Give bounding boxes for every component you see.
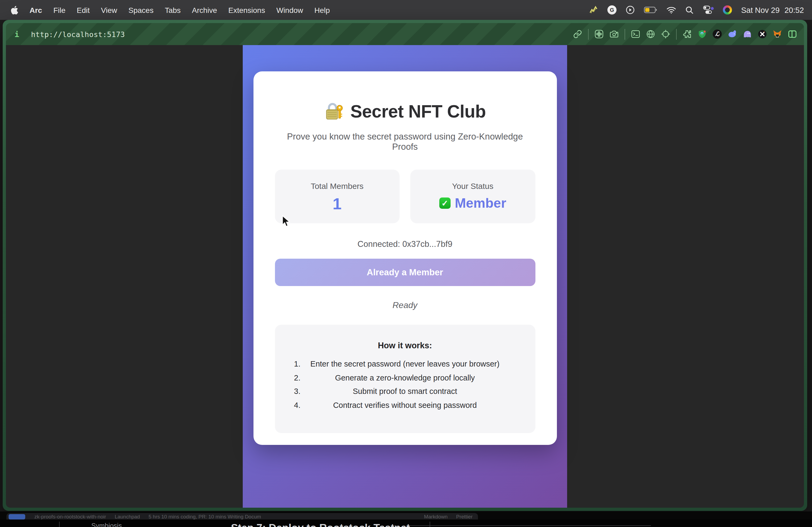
lock-key-icon [324, 102, 345, 121]
developer-console-icon[interactable] [631, 30, 640, 39]
status-text: Ready [275, 301, 535, 310]
split-view-icon[interactable] [788, 30, 797, 39]
browser-content: Secret NFT Club Prove you know the secre… [6, 45, 804, 508]
menu-item-tabs[interactable]: Tabs [165, 6, 181, 14]
menu-item-view[interactable]: View [101, 6, 117, 14]
browser-toolbar: i http://localhost:5173 [6, 23, 804, 45]
target-crosshair-icon[interactable] [661, 30, 670, 39]
spotlight-search-icon[interactable] [685, 6, 694, 14]
page-subtitle: Prove you know the secret password using… [275, 132, 535, 152]
mouse-cursor [281, 215, 291, 228]
extensions-puzzle-icon[interactable] [683, 30, 692, 39]
menu-item-file[interactable]: File [54, 6, 66, 14]
how-step-3: 3. Submit proof to smart contract [275, 387, 535, 401]
toolbar-divider [588, 29, 589, 40]
window-edge-line [409, 525, 651, 526]
metamask-fox-icon[interactable] [773, 30, 782, 39]
page-title-text: Secret NFT Club [350, 102, 486, 122]
how-it-works-box: How it works: 1. Enter the secret passwo… [275, 325, 535, 433]
menu-bar-time: 20:52 [784, 6, 804, 14]
menu-item-extensions[interactable]: Extensions [228, 6, 265, 14]
wifi-icon[interactable] [666, 6, 676, 14]
menu-item-archive[interactable]: Archive [192, 6, 217, 14]
toolbar-divider [676, 29, 677, 40]
your-status-label: Your Status [410, 181, 535, 191]
connected-wallet-address: Connected: 0x37cb...7bf9 [275, 239, 535, 249]
how-step-4: 4. Contract verifies without seeing pass… [275, 401, 535, 415]
already-member-button[interactable]: Already a Member [275, 259, 535, 286]
menu-bar: Arc File Edit View Spaces Tabs Archive E… [0, 0, 812, 20]
editor-titlebar: zk-proofs-on-rootstock-with-noir Launchp… [6, 513, 478, 520]
total-members-label: Total Members [275, 181, 400, 191]
how-it-works-title: How it works: [275, 341, 535, 350]
page-title: Secret NFT Club [275, 102, 535, 122]
boost-flower-icon[interactable] [595, 30, 604, 39]
rabby-wallet-icon[interactable] [728, 30, 737, 39]
total-members-value: 1 [275, 195, 400, 213]
how-step-1: 1. Enter the secret password (never leav… [275, 360, 535, 373]
editor-content-sliver: Symbiosis Step 7: Deploy to Rootstock Te… [0, 520, 812, 527]
control-center-icon[interactable] [703, 5, 714, 15]
how-step-2: 2. Generate a zero-knowledge proof local… [275, 373, 535, 387]
stocks-icon[interactable] [589, 5, 598, 15]
battery-icon[interactable] [644, 6, 657, 13]
your-status-card: Your Status ✓ Member [410, 169, 535, 223]
formatter-label[interactable]: Prettier [456, 514, 473, 520]
address-bar-url[interactable]: http://localhost:5173 [31, 30, 125, 39]
grammarly-icon[interactable]: G [607, 5, 617, 15]
color-ring-icon[interactable] [723, 5, 732, 15]
menu-item-spaces[interactable]: Spaces [128, 6, 153, 14]
checkmark-icon: ✓ [439, 197, 451, 209]
toolbar-divider [625, 29, 625, 40]
webapp-background: Secret NFT Club Prove you know the secre… [243, 45, 567, 508]
apple-menu-icon[interactable] [10, 5, 18, 15]
wakatime-stats: 5 hrs 10 mins coding, PR: 10 mins Writin… [148, 514, 261, 520]
nft-club-card: Secret NFT Club Prove you know the secre… [253, 71, 557, 445]
menu-bar-clock[interactable]: Sat Nov 29 20:52 [741, 6, 804, 14]
your-status-value: Member [455, 195, 506, 211]
site-info-icon[interactable]: i [14, 30, 19, 39]
menu-bar-date: Sat Nov 29 [741, 6, 780, 14]
language-mode[interactable]: Markdown [424, 514, 448, 520]
menu-item-arc[interactable]: Arc [30, 6, 42, 14]
copy-link-icon[interactable] [573, 30, 582, 39]
divider [59, 522, 60, 527]
loom-icon[interactable]: ℒ [713, 30, 722, 39]
launchpad-label[interactable]: Launchpad [115, 514, 140, 520]
total-members-card: Total Members 1 [275, 169, 400, 223]
screenshot-camera-icon[interactable] [610, 30, 619, 39]
web-globe-icon[interactable] [646, 30, 655, 39]
menu-item-window[interactable]: Window [276, 6, 303, 14]
arc-browser-window: i http://localhost:5173 [3, 20, 807, 511]
menu-item-edit[interactable]: Edit [77, 6, 90, 14]
macos-desktop: Arc File Edit View Spaces Tabs Archive E… [0, 0, 812, 527]
menu-item-help[interactable]: Help [315, 6, 330, 14]
project-name: zk-proofs-on-rootstock-with-noir [34, 514, 106, 520]
okx-wallet-icon[interactable] [758, 30, 767, 39]
background-editor-window: zk-proofs-on-rootstock-with-noir Launchp… [0, 511, 812, 527]
sidebar-word: Symbiosis [91, 522, 122, 527]
remote-indicator[interactable] [9, 514, 25, 520]
playback-icon[interactable] [626, 5, 635, 15]
adguard-shield-icon[interactable] [698, 30, 707, 39]
doc-heading: Step 7: Deploy to Rootstock Testnet [231, 522, 410, 527]
stats-row: Total Members 1 Your Status ✓ Member [275, 169, 535, 223]
divider [430, 522, 430, 527]
phantom-wallet-icon[interactable] [743, 30, 752, 39]
